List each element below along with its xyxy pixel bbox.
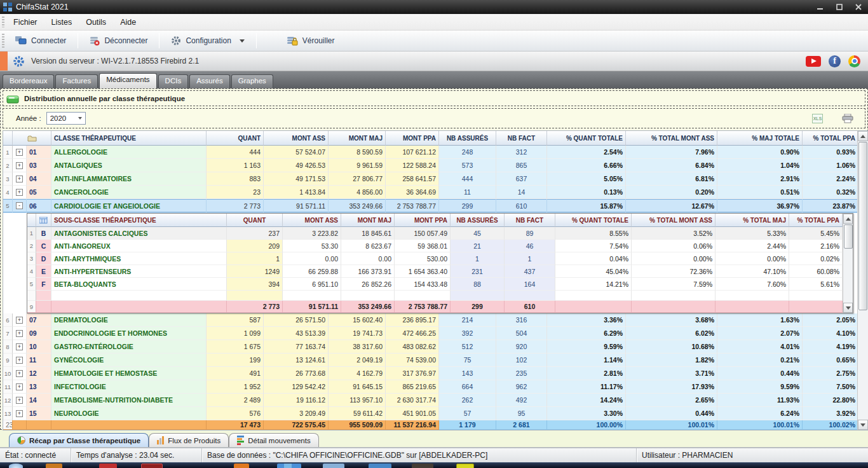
print-icon[interactable] [842,114,853,123]
menu-aide[interactable]: Aide [113,16,143,29]
header-nb-fact[interactable]: NB FACT [496,131,547,146]
scroll-down-icon[interactable] [858,420,868,430]
table-row[interactable]: 1BANTAGONISTES CALCIQUES2373 223.8218 84… [27,227,853,240]
taskbar-item[interactable] [46,464,62,468]
connect-button[interactable]: Connecter [6,33,75,48]
table-row[interactable]: 3+04ANTI-INFLAMMATOIRES88349 171.5327 80… [3,172,868,186]
table-row[interactable]: 2+03ANTALGIQUES1 16349 426.539 961.59122… [3,159,868,172]
disconnect-button[interactable]: Déconnecter [81,33,156,49]
header-quant[interactable]: QUANT [227,214,283,227]
header-nb-assures[interactable]: NB ASSURÉS [439,131,496,146]
header-mont-ppa[interactable]: MONT PPA [386,131,439,146]
header-pct-maj[interactable]: % TOTAL MAJ [715,214,789,227]
taskbar-item[interactable] [99,464,117,468]
scroll-down-icon[interactable] [843,303,853,313]
menu-fichier[interactable]: Fichier [6,16,44,29]
taskbar-item[interactable] [141,464,163,468]
expand-icon[interactable]: + [16,383,23,390]
table-row[interactable]: 12+14METABOLISME-NUTRITION-DIABETE2 4891… [3,394,868,407]
scroll-up-icon[interactable] [843,214,853,224]
table-row[interactable]: 5-06CARDIOLOGIE ET ANGEIOLOGIE2 77391 57… [3,199,868,213]
expand-icon[interactable]: + [16,162,23,169]
scrollbar-thumb[interactable] [844,224,853,249]
header-mont-ass[interactable]: MONT ASS [264,131,329,146]
tab-graphes[interactable]: Graphes [231,74,273,88]
taskbar-item[interactable] [323,464,344,468]
expand-icon[interactable]: + [16,397,23,404]
tab-medicaments[interactable]: Médicaments [99,73,156,88]
table-icon[interactable] [36,214,51,227]
expand-icon[interactable]: + [16,343,23,350]
expand-icon[interactable]: + [16,149,23,156]
table-row[interactable]: 7+09ENDOCRINOLOGIE ET HORMONES1 09943 51… [3,327,868,340]
tab-factures[interactable]: Factures [55,74,98,88]
expand-icon[interactable]: + [16,357,23,364]
header-pct-ppa[interactable]: % TOTAL PPA [803,131,858,146]
maximize-button[interactable] [830,1,849,13]
configuration-button[interactable]: Configuration [162,32,253,49]
header-mont-ass[interactable]: MONT ASS [283,214,341,227]
header-pct-maj[interactable]: % MAJ TOTALE [717,131,803,146]
tab-dcis[interactable]: DCIs [158,74,189,88]
tab-recap-classe[interactable]: Récap par Classe thérapeutique [9,433,149,447]
table-row[interactable]: 10+12HEMATOLOGIE ET HEMOSTASE49126 773.6… [3,367,868,380]
table-row[interactable]: 13+15NEUROLOGIE5763 209.4959 611.42451 9… [3,407,868,420]
folder-icon[interactable] [13,131,51,146]
header-pct-quant[interactable]: % QUANT TOTALE [555,214,632,227]
header-pct-quant[interactable]: % QUANT TOTALE [547,131,626,146]
chrome-icon[interactable] [848,55,860,67]
expand-icon[interactable]: + [16,317,23,324]
close-button[interactable] [849,1,868,13]
table-row[interactable]: 9+11GYNÉCOLOGIE19913 124.612 049.1974 53… [3,354,868,367]
table-row[interactable]: 6+07DERMATOLOGIE58726 571.5015 602.40236… [3,313,868,327]
table-row[interactable]: 1+01ALLERGOLOGIE44457 524.078 590.59107 … [3,146,868,159]
header-nb-fact[interactable]: NB FACT [505,214,555,227]
tab-assures[interactable]: Assurés [189,74,230,88]
header-pct-mont-ass[interactable]: % TOTAL MONT ASS [626,131,717,146]
menu-outils[interactable]: Outils [79,16,113,29]
header-mont-ppa[interactable]: MONT PPA [395,214,451,227]
header-classe[interactable]: CLASSE THÉRAPEUTIQUE [51,131,207,146]
header-pct-mont-ass[interactable]: % TOTAL MONT ASS [632,214,715,227]
youtube-icon[interactable] [806,56,821,67]
table-row[interactable]: 3DANTI-ARYTHMIQUES10.000.00530.00110.04%… [27,252,853,265]
expand-icon[interactable]: + [16,410,23,417]
tab-detail-mouvements[interactable]: Détail mouvements [229,433,318,447]
table-row[interactable]: 11+13INFECTIOLOGIE1 952129 542.4291 645.… [3,380,868,394]
taskbar-item[interactable] [277,464,301,468]
expand-icon[interactable]: + [16,370,23,377]
expand-icon[interactable]: + [16,189,23,196]
sub-grid-scrollbar[interactable] [843,214,853,313]
scrollbar-thumb[interactable] [858,142,867,310]
header-nb-assures[interactable]: NB ASSURÉS [451,214,505,227]
taskbar-item[interactable] [234,464,249,468]
expand-icon[interactable]: + [16,330,23,337]
export-xls-icon[interactable]: XLS [812,114,823,123]
expand-icon[interactable]: + [16,176,23,182]
table-row[interactable]: 5FBETA-BLOQUANTS3946 951.1026 852.26154 … [27,278,853,291]
taskbar-item[interactable] [412,464,433,468]
scroll-up-icon[interactable] [858,131,868,141]
table-row[interactable]: 4+05CANCEROLOGIE231 413.844 856.0036 364… [3,186,868,199]
taskbar-item[interactable] [456,464,474,468]
header-mont-maj[interactable]: MONT MAJ [329,131,386,146]
minimize-button[interactable] [811,1,830,13]
tab-bordereaux[interactable]: Bordereaux [3,74,54,88]
table-row[interactable]: 4EANTI-HYPERTENSEURS124966 259.88166 373… [27,265,853,278]
tab-flux-produits[interactable]: Flux de Produits [149,433,229,447]
header-quant[interactable]: QUANT [207,131,264,146]
lock-button[interactable]: Vérouiller [278,33,344,49]
year-select[interactable]: 2020 [46,112,86,125]
menu-listes[interactable]: Listes [44,16,79,29]
header-mont-maj[interactable]: MONT MAJ [341,214,395,227]
main-grid-scrollbar[interactable] [857,131,868,430]
table-row[interactable]: 8+10GASTRO-ENTÉROLOGIE1 67577 163.7438 3… [3,340,868,354]
table-row[interactable]: 2CANTI-ANGOREUX20953.308 623.6759 368.01… [27,240,853,252]
windows-taskbar[interactable] [0,462,868,468]
facebook-icon[interactable]: f [829,55,841,67]
collapse-icon[interactable]: - [16,202,23,209]
taskbar-item[interactable] [369,464,391,468]
start-button[interactable] [9,464,23,468]
header-pct-ppa[interactable]: % TOTAL PPA [789,214,843,227]
header-sous-classe[interactable]: SOUS-CLASSE THÉRAPEUTIQUE [51,214,227,227]
